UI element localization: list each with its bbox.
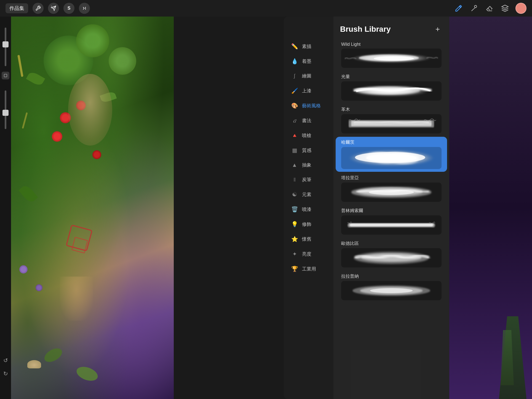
brush-opacity-slider[interactable] (5, 90, 6, 129)
svg-point-17 (383, 152, 410, 162)
portfolio-button[interactable]: 作品集 (6, 3, 28, 13)
square-tool-button[interactable] (2, 72, 9, 79)
category-abstract[interactable]: ▲ 抽象 (285, 158, 332, 172)
add-brush-button[interactable]: + (433, 24, 443, 34)
svg-line-0 (51, 6, 52, 7)
eraser-tool-button[interactable] (485, 3, 494, 13)
svg-point-6 (374, 56, 414, 61)
svg-line-1 (52, 7, 53, 8)
wrench-button[interactable] (33, 3, 44, 14)
brush-item-haercha[interactable]: 哈爾茨 (336, 137, 447, 172)
toolbar: 作品集 S (0, 0, 532, 17)
brush-library-panel: ✏️ 素描 💧 着墨 ∫ 繪圖 🖌️ 上漆 🎨 藝術風格 𝑎 書法 🔺 噴槍 ▦ (284, 17, 449, 399)
svg-point-28 (370, 288, 413, 293)
magic-wand-button[interactable] (48, 3, 59, 14)
brush-name-talaria: 塔拉里亞 (341, 175, 442, 181)
brush-item-lapuna[interactable]: 拉拉普納 (336, 271, 447, 303)
redo-button[interactable]: ↻ (3, 370, 8, 377)
artistic-icon: 🎨 (291, 102, 298, 109)
category-drawing[interactable]: ∫ 繪圖 (285, 69, 332, 83)
category-elements[interactable]: ☯ 元素 (285, 187, 332, 202)
brush-name-gemu: 革木 (341, 107, 442, 113)
category-retro[interactable]: ⭐ 懷舊 (285, 232, 332, 246)
airbrush-icon: 🔺 (291, 132, 298, 139)
toolbar-right (454, 3, 526, 14)
brush-stroke-lapuna (341, 281, 442, 300)
category-luminance[interactable]: ✦ 亮度 (285, 247, 332, 261)
abstract-icon: ▲ (291, 162, 298, 168)
brush-item-plimsorel[interactable]: 普林姆索爾 (336, 205, 447, 237)
right-background (449, 17, 532, 399)
move-button[interactable] (79, 3, 90, 14)
sketch-icon: ✏️ (291, 43, 298, 50)
category-calligraphy[interactable]: 𝑎 書法 (285, 113, 332, 128)
left-sidebar: ↺ ↻ (0, 17, 11, 399)
brush-library-title: Brush Library (340, 25, 391, 34)
brush-name-plimsorel: 普林姆索爾 (341, 208, 442, 214)
retouch-icon: 💡 (291, 221, 298, 227)
brush-tool-button[interactable] (454, 3, 464, 13)
category-inking[interactable]: 💧 着墨 (285, 54, 332, 68)
brush-list-header: Brush Library + (333, 17, 449, 39)
category-spray[interactable]: 🗑️ 噴漆 (285, 202, 332, 216)
brush-stroke-haercha (341, 147, 442, 169)
charcoal-icon: ⦀ (291, 176, 298, 183)
brush-name-lapuna: 拉拉普納 (341, 274, 442, 279)
calligraphy-icon: 𝑎 (291, 117, 298, 124)
brush-name-haercha: 哈爾茨 (341, 140, 442, 145)
brush-item-talaria[interactable]: 塔拉里亞 (336, 172, 447, 205)
category-charcoal[interactable]: ⦀ 炭筆 (285, 173, 332, 187)
brush-size-thumb[interactable] (2, 41, 9, 47)
category-retouch[interactable]: 💡 修飾 (285, 217, 332, 231)
luminance-icon: ✦ (291, 251, 298, 257)
layers-button[interactable] (500, 3, 510, 13)
brush-size-slider[interactable] (5, 28, 6, 66)
texture-icon: ▦ (291, 147, 298, 154)
drawing-icon: ∫ (291, 73, 298, 79)
brush-stroke-odebique (341, 248, 442, 267)
toolbar-left: 作品集 S (6, 3, 90, 14)
brush-name-wild-light: Wild Light (341, 42, 442, 47)
artwork-canvas (11, 17, 174, 399)
svg-marker-2 (502, 5, 508, 8)
brush-stroke-wild-light (341, 49, 442, 68)
color-picker-button[interactable] (515, 3, 526, 14)
brush-item-gemu[interactable]: 革木 (336, 104, 447, 136)
category-artistic[interactable]: 🎨 藝術風格 (285, 98, 332, 113)
brush-stroke-gemu (341, 114, 442, 133)
painting-content (11, 17, 174, 399)
brush-item-wild-light[interactable]: Wild Light (336, 39, 447, 71)
industrial-icon: 🏆 (291, 266, 298, 272)
brush-stroke-guangliang (341, 81, 442, 101)
brush-list: Brush Library + Wild Light (333, 17, 449, 399)
smudge-button[interactable]: S (63, 3, 74, 14)
category-sketch[interactable]: ✏️ 素描 (285, 39, 332, 53)
brush-stroke-talaria (341, 183, 442, 202)
brush-item-odebique[interactable]: 歐德比區 (336, 238, 447, 270)
ink-icon: 💧 (291, 58, 298, 65)
painting-icon: 🖌️ (291, 87, 298, 94)
brush-name-odebique: 歐德比區 (341, 241, 442, 247)
spray-icon: 🗑️ (291, 206, 298, 213)
undo-button[interactable]: ↺ (3, 357, 8, 364)
brush-stroke-plimsorel (341, 215, 442, 235)
category-texture[interactable]: ▦ 質感 (285, 143, 332, 157)
category-list: ✏️ 素描 💧 着墨 ∫ 繪圖 🖌️ 上漆 🎨 藝術風格 𝑎 書法 🔺 噴槍 ▦ (284, 17, 333, 399)
category-airbrush[interactable]: 🔺 噴槍 (285, 128, 332, 143)
svg-rect-3 (4, 74, 7, 77)
category-industrial[interactable]: 🏆 工業用 (285, 262, 332, 276)
retro-icon: ⭐ (291, 236, 298, 242)
elements-icon: ☯ (291, 191, 298, 198)
brush-opacity-thumb[interactable] (2, 110, 9, 116)
brush-item-guangliang[interactable]: 光量 (336, 71, 447, 103)
smudge-tool-button[interactable] (469, 3, 479, 13)
category-painting[interactable]: 🖌️ 上漆 (285, 84, 332, 98)
brush-name-guangliang: 光量 (341, 74, 442, 80)
